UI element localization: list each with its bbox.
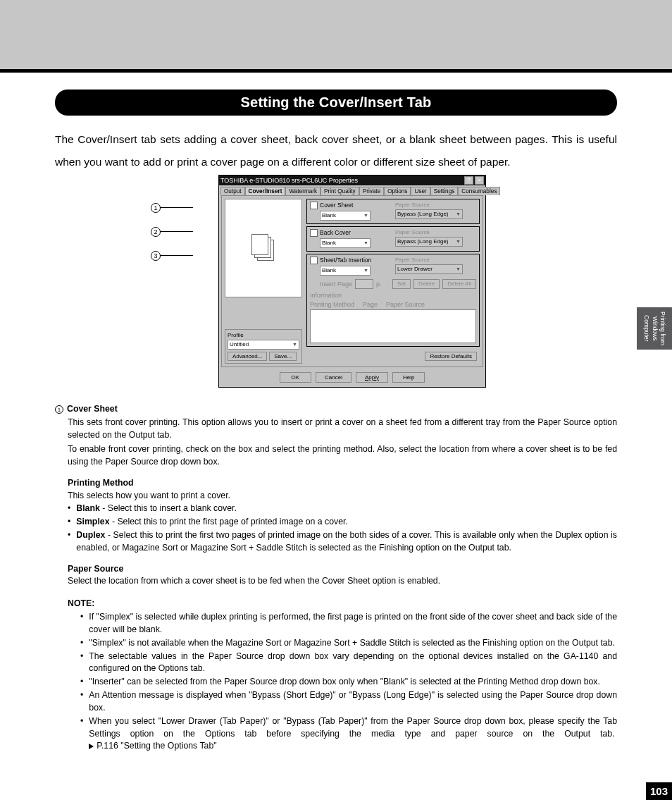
cover-ps-combo[interactable]: Bypass (Long Edge)▼	[395, 209, 463, 219]
dialog-tabs: Output Cover/Insert Watermark Print Qual…	[219, 185, 485, 195]
tab-options[interactable]: Options	[384, 187, 411, 195]
back-cover-group: Back Cover Blank▼ Paper Source Bypass (L…	[306, 226, 480, 252]
dialog-panel: Profile Untitled▼ Advanced... Save...	[221, 195, 483, 367]
section-title: Setting the Cover/Insert Tab	[55, 90, 617, 116]
insert-ps-combo[interactable]: Lower Drawer▼	[395, 264, 463, 274]
item-1-title: Cover Sheet	[67, 403, 118, 416]
page-preview	[225, 199, 302, 297]
tab-watermark[interactable]: Watermark	[285, 187, 321, 195]
profile-combo[interactable]: Untitled▼	[228, 340, 299, 350]
delete-button[interactable]: Delete	[413, 279, 440, 289]
tab-cover-insert[interactable]: Cover/Insert	[245, 187, 286, 195]
cover-sheet-group: Cover Sheet Blank▼ Paper Source Bypass (…	[306, 199, 480, 224]
insertion-group: Sheet/Tab Insertion Blank▼ Paper Source …	[306, 254, 480, 347]
printing-method-head: Printing Method	[68, 477, 617, 490]
side-tab: Printing from Windows Computer	[637, 307, 672, 350]
insert-page-label: Insert Page	[320, 281, 352, 288]
dialog-titlebar[interactable]: TOSHIBA e-STUDIO810 srs-PCL6UC Propertie…	[219, 175, 485, 185]
tab-print-quality[interactable]: Print Quality	[321, 187, 359, 195]
paper-source-head: Paper Source	[68, 563, 617, 576]
info-page: Page	[363, 301, 378, 308]
callout-2: 2	[151, 227, 161, 237]
profile-group: Profile Untitled▼ Advanced... Save...	[225, 329, 302, 364]
item-1-number: 1	[55, 405, 63, 414]
back-ps-combo[interactable]: Bypass (Long Edge)▼	[395, 237, 463, 247]
figure-container: 1 2 3 TOSHIBA e-STUDIO810 srs-PCL6UC Pro…	[55, 175, 617, 388]
help-button[interactable]: Help	[392, 372, 425, 383]
back-cover-checkbox[interactable]: Back Cover	[310, 229, 391, 237]
apply-button[interactable]: Apply	[356, 372, 388, 383]
info-src: Paper Source	[386, 301, 425, 308]
cover-ps-label: Paper Source	[395, 202, 476, 208]
item-1-p2: To enable front cover printing, check on…	[68, 443, 617, 469]
callout-1: 1	[151, 203, 161, 213]
printing-method-bullets: Blank - Select this to insert a blank co…	[68, 503, 617, 554]
close-icon[interactable]: ×	[475, 176, 484, 185]
help-icon[interactable]: ?	[464, 176, 473, 185]
intro-paragraph: The Cover/Insert tab sets adding a cover…	[55, 128, 617, 173]
insert-ps-label: Paper Source	[395, 257, 476, 263]
info-method: Printing Method	[310, 301, 354, 308]
tab-settings[interactable]: Settings	[430, 187, 459, 195]
delete-all-button[interactable]: Delete All	[442, 279, 476, 289]
restore-defaults-button[interactable]: Restore Defaults	[425, 352, 477, 361]
insertion-checkbox[interactable]: Sheet/Tab Insertion	[310, 257, 391, 264]
info-label: Information	[310, 292, 476, 299]
page-content: Setting the Cover/Insert Tab The Cover/I…	[0, 73, 672, 768]
note-head: NOTE:	[68, 598, 617, 610]
tab-private[interactable]: Private	[359, 187, 384, 195]
profile-label: Profile	[228, 332, 299, 338]
paper-source-desc: Select the location from which a cover s…	[68, 575, 617, 588]
top-gray-banner	[0, 0, 672, 69]
back-cover-method[interactable]: Blank▼	[320, 238, 371, 248]
ok-button[interactable]: OK	[280, 372, 312, 383]
note-bullets: If "Simplex" is selected while duplex pr…	[80, 611, 617, 753]
advanced-button[interactable]: Advanced...	[228, 352, 267, 361]
page-number: 103	[646, 782, 672, 800]
dialog-title: TOSHIBA e-STUDIO810 srs-PCL6UC Propertie…	[220, 177, 463, 184]
item-1-p1: This sets front cover printing. This opt…	[68, 417, 617, 442]
properties-dialog: TOSHIBA e-STUDIO810 srs-PCL6UC Propertie…	[218, 175, 486, 388]
insertion-method[interactable]: Blank▼	[320, 266, 371, 276]
explanation-section: 1 Cover Sheet This sets front cover prin…	[55, 403, 617, 754]
cancel-button[interactable]: Cancel	[316, 372, 351, 383]
set-button[interactable]: Set	[392, 279, 411, 289]
tab-user[interactable]: User	[411, 187, 430, 195]
tab-consumables[interactable]: Consumables	[458, 187, 500, 195]
callout-3: 3	[151, 251, 161, 261]
p-label: p.	[376, 281, 382, 288]
insertion-list[interactable]	[310, 309, 476, 343]
insert-page-input[interactable]	[355, 279, 373, 289]
cover-sheet-method[interactable]: Blank▼	[320, 211, 371, 221]
cover-sheet-checkbox[interactable]: Cover Sheet	[310, 202, 391, 209]
save-button[interactable]: Save...	[269, 352, 297, 361]
printing-method-desc: This selects how you want to print a cov…	[68, 490, 617, 503]
tab-output[interactable]: Output	[220, 187, 245, 195]
back-ps-label: Paper Source	[395, 229, 476, 235]
cross-ref: P.116 "Setting the Options Tab"	[89, 740, 216, 753]
